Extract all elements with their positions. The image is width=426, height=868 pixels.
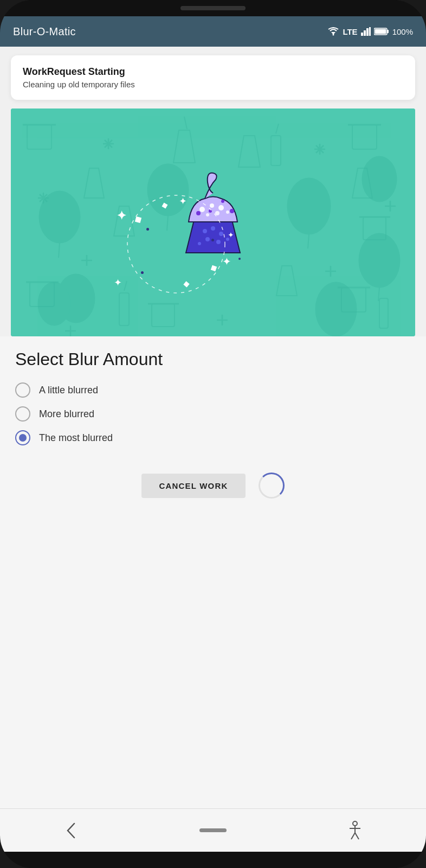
back-icon [66,821,76,840]
main-area: Select Blur Amount A little blurred More… [0,336,426,808]
radio-label-more: More blurred [39,409,94,420]
radio-circle-more[interactable] [15,406,30,422]
loading-spinner [259,473,285,499]
svg-line-83 [355,833,359,839]
phone-frame: Blur-O-Matic LTE 100% [0,0,426,868]
speaker-notch [180,6,246,10]
svg-rect-5 [369,27,371,36]
accessibility-button[interactable] [339,814,371,847]
blur-radio-group: A little blurred More blurred The most b… [15,382,411,445]
radio-label-little: A little blurred [39,385,98,396]
notification-subtitle: Cleaning up old temporary files [23,80,403,89]
radio-inner-most [19,434,27,442]
radio-label-most: The most blurred [39,432,113,444]
svg-rect-8 [375,29,386,34]
wifi-icon [327,27,339,36]
button-row: CANCEL WORK [15,467,411,509]
status-icons: LTE 100% [327,27,413,36]
accessibility-icon [347,821,363,840]
select-blur-title: Select Blur Amount [15,349,411,369]
radio-item-most[interactable]: The most blurred [15,430,411,445]
svg-rect-4 [366,28,369,36]
svg-rect-7 [387,30,389,33]
phone-bottom-bar [0,852,426,868]
battery-icon [374,27,389,36]
signal-icon [361,27,371,36]
battery-label: 100% [392,27,413,36]
cancel-work-button[interactable]: CANCEL WORK [141,474,245,498]
svg-point-1 [333,34,334,36]
svg-line-82 [351,833,355,839]
phone-content: WorkRequest Starting Cleaning up old tem… [0,47,426,808]
radio-circle-most[interactable] [15,430,30,445]
radio-item-little[interactable]: A little blurred [15,382,411,398]
radio-circle-little[interactable] [15,382,30,398]
svg-point-78 [127,195,225,293]
cupcake-image-container: ✦ ✦ ✦ ✦ ✦ [11,108,415,336]
back-button[interactable] [55,814,87,847]
app-title: Blur-O-Matic [13,25,76,38]
svg-rect-2 [361,33,363,36]
lte-label: LTE [343,27,357,36]
svg-rect-3 [364,30,366,36]
phone-top-bar [0,0,426,16]
status-bar: Blur-O-Matic LTE 100% [0,16,426,47]
home-pill-icon [199,828,227,832]
notification-title: WorkRequest Starting [23,66,403,78]
svg-point-79 [353,821,357,826]
cupcake-scene: ✦ ✦ ✦ ✦ ✦ [11,108,415,336]
sparkle-group: ✦ ✦ ✦ ✦ ✦ [11,108,415,336]
phone-nav-bar [0,808,426,852]
radio-item-more[interactable]: More blurred [15,406,411,422]
home-button[interactable] [197,814,229,847]
notification-card: WorkRequest Starting Cleaning up old tem… [11,55,415,100]
